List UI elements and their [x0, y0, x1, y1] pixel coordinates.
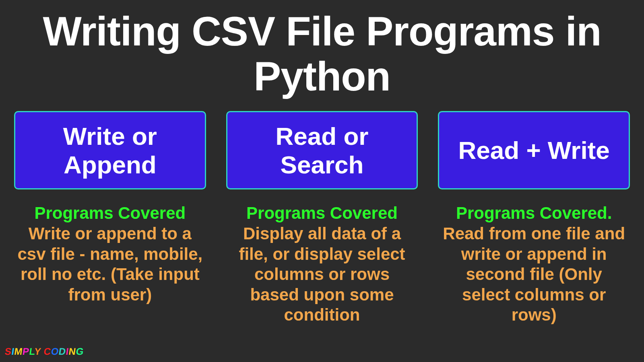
column-read-write: Read + Write Programs Covered. Read from… [438, 111, 630, 325]
slide-title: Writing CSV File Programs in Python [0, 0, 644, 99]
description-1: Write or append to a csv file - name, mo… [14, 224, 206, 305]
programs-heading-1: Programs Covered [34, 204, 186, 223]
programs-heading-3: Programs Covered. [456, 204, 612, 223]
programs-heading-2: Programs Covered [246, 204, 398, 223]
columns-container: Write or Append Programs Covered Write o… [0, 99, 644, 325]
brand-logo: SIMPLY CODING [4, 346, 85, 357]
card-read-write: Read + Write [438, 111, 630, 189]
column-read-search: Read or Search Programs Covered Display … [226, 111, 418, 325]
description-3: Read from one file and write or append i… [438, 224, 630, 325]
card-write-append: Write or Append [14, 111, 206, 189]
description-2: Display all data of a file, or display s… [226, 224, 418, 325]
column-write-append: Write or Append Programs Covered Write o… [14, 111, 206, 325]
card-read-search: Read or Search [226, 111, 418, 189]
